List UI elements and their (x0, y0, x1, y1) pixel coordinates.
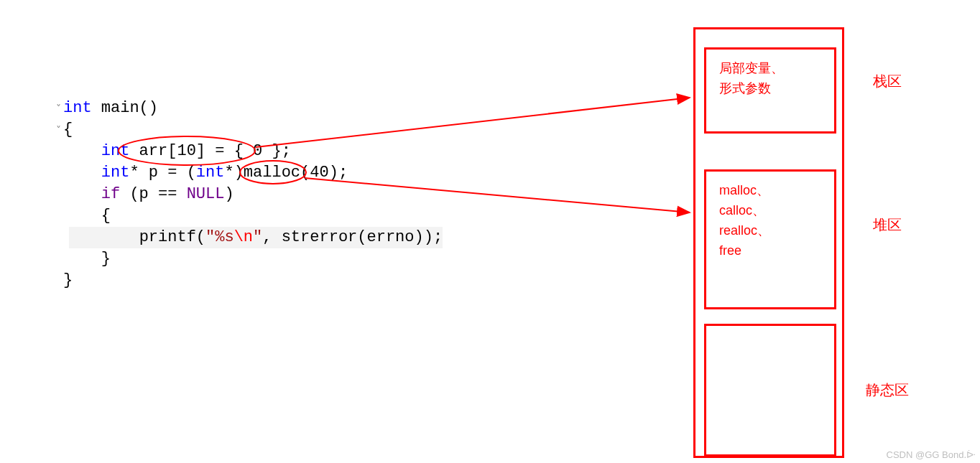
keyword-null: NULL (187, 185, 225, 203)
code-text: main() (92, 99, 158, 117)
code-text: printf( (139, 228, 205, 246)
heap-region-box: malloc、 calloc、 realloc、 free (704, 169, 836, 309)
string-literal: "%s (205, 228, 234, 246)
code-text: ) (224, 185, 234, 203)
heap-text-line: calloc、 (719, 200, 821, 220)
stack-text-line: 局部变量、 (719, 58, 821, 78)
heap-text-line: free (719, 240, 821, 261)
indent (63, 142, 101, 160)
string-literal: " (253, 228, 262, 246)
code-text: *)malloc(40); (224, 164, 348, 182)
heap-label: 堆区 (873, 215, 902, 235)
heap-text-line: malloc、 (719, 180, 821, 200)
indent (63, 185, 101, 203)
static-label: 静态区 (866, 380, 909, 400)
code-text: { (63, 207, 111, 225)
collapse-icon: ˅ (56, 103, 61, 114)
code-block: int main() { int arr[10] = { 0 }; int* p… (63, 98, 443, 291)
stack-region-box: 局部变量、 形式参数 (704, 47, 836, 134)
code-text: , strerror(errno)); (262, 228, 443, 246)
watermark-text: CSDN @GG Bond.ᐕ (887, 449, 976, 460)
keyword-int: int (196, 164, 225, 182)
escape-sequence: \n (234, 228, 253, 246)
indent (63, 164, 101, 182)
keyword-int: int (101, 142, 130, 160)
code-text: arr[10] = { 0 }; (129, 142, 290, 160)
indent (63, 228, 139, 246)
code-text: * p = ( (129, 164, 195, 182)
stack-text-line: 形式参数 (719, 78, 821, 98)
heap-text-line: realloc、 (719, 220, 821, 240)
code-text: } (63, 271, 73, 289)
code-text: (p == (120, 185, 186, 203)
keyword-int: int (101, 164, 130, 182)
collapse-icon: ˅ (56, 124, 61, 136)
code-text: } (63, 250, 111, 268)
code-text: { (63, 121, 73, 139)
keyword-int: int (63, 99, 92, 117)
keyword-if: if (101, 185, 120, 203)
memory-layout-box: 局部变量、 形式参数 malloc、 calloc、 realloc、 free (693, 27, 844, 458)
stack-label: 栈区 (873, 72, 902, 91)
static-region-box (704, 324, 836, 457)
